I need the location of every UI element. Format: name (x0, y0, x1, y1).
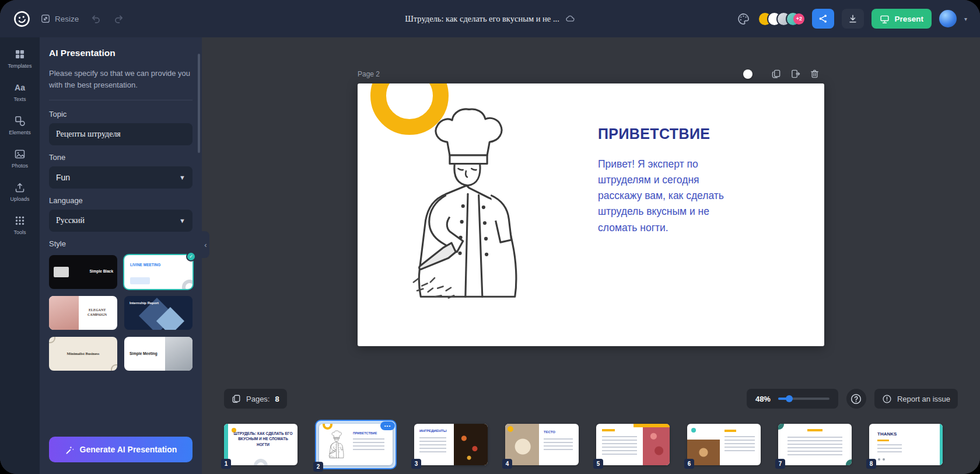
present-icon (880, 14, 890, 24)
tools-icon (14, 215, 26, 226)
chef-illustration-mini (326, 428, 347, 462)
sidebar-item-templates[interactable]: Templates (0, 47, 40, 71)
exclamation-icon (882, 394, 892, 404)
templates-icon (14, 48, 26, 60)
style-grid: Simple Black LIVINE MEETING ✓ ELEGANT CA… (49, 255, 192, 371)
resize-button[interactable]: Resize (40, 13, 79, 24)
pages-label: Pages: (246, 395, 270, 403)
magic-wand-icon (65, 445, 75, 455)
undo-icon (90, 13, 102, 25)
topic-input[interactable] (49, 123, 192, 145)
style-option-simple-meeting[interactable]: Simple Meeting (124, 337, 192, 371)
sidebar-item-tools[interactable]: Tools (0, 213, 40, 237)
selected-check-icon: ✓ (186, 252, 196, 262)
undo-button[interactable] (90, 13, 102, 25)
slide-thumbnail-7[interactable]: 7 (778, 424, 852, 465)
page-color-chip[interactable] (743, 69, 752, 79)
chevron-down-icon: ▼ (179, 217, 186, 224)
zoom-value: 48% (755, 395, 771, 403)
delete-page-button[interactable] (810, 69, 820, 79)
redo-icon (113, 13, 124, 25)
top-bar: Resize Штрудель: как сделать его вкусным… (0, 0, 980, 37)
tone-select[interactable]: Fun ▼ (49, 166, 192, 189)
ai-presentation-panel: AI Presentation Please specify so that w… (40, 37, 202, 474)
page-number-badge: 7 (775, 459, 785, 469)
language-select[interactable]: Русский ▼ (49, 210, 192, 232)
pages-count: 8 (275, 395, 279, 403)
move-page-button[interactable] (790, 69, 800, 79)
download-button[interactable] (842, 9, 864, 29)
share-button[interactable] (812, 9, 834, 29)
language-value: Русский (56, 216, 85, 225)
palette-icon (737, 12, 750, 26)
language-label: Language (49, 196, 192, 205)
thumbnail-more-menu[interactable]: ••• (380, 421, 395, 430)
duplicate-icon (771, 69, 781, 79)
document-color-swatches[interactable]: +2 (758, 12, 804, 26)
download-icon (848, 13, 858, 24)
chef-illustration[interactable] (379, 103, 557, 309)
zoom-slider[interactable] (778, 398, 830, 400)
left-icon-rail: Templates Aa Texts Elements Photos (0, 37, 40, 474)
palette-button[interactable] (737, 12, 750, 26)
slide-thumbnail-5[interactable]: 5 (596, 424, 670, 465)
pages-icon (232, 394, 241, 403)
report-issue-button[interactable]: Report an issue (874, 389, 958, 409)
more-colors-badge[interactable]: +2 (793, 13, 804, 25)
style-option-minimalist-business[interactable]: Minimalist Business (49, 337, 117, 371)
thumbnail-title: ТЕСТО (544, 430, 555, 434)
document-title[interactable]: Штрудель: как сделать его вкусным и не .… (405, 14, 559, 24)
help-button[interactable] (846, 389, 866, 409)
slide-thumbnail-6[interactable]: 6 (687, 424, 761, 465)
generate-ai-presentation-button[interactable]: Generate AI Presentation (49, 437, 192, 462)
account-chevron-down-icon[interactable]: ▾ (964, 16, 967, 22)
uploads-icon (14, 182, 26, 193)
redo-button[interactable] (113, 13, 124, 25)
thumbnail-title: ПРИВЕТСТВИЕ (353, 431, 377, 435)
slide-thumbnail-3[interactable]: ИНГРЕДИЕНТЫ 3 (414, 424, 488, 465)
present-button[interactable]: Present (872, 9, 932, 29)
sidebar-item-uploads[interactable]: Uploads (0, 180, 40, 204)
tone-value: Fun (56, 173, 70, 182)
sidebar-item-elements[interactable]: Elements (0, 113, 40, 137)
slide-thumbnail-1[interactable]: ШТРУДЕЛЬ: КАК СДЕЛАТЬ ЕГО ВКУСНЫМ И НЕ С… (224, 424, 298, 465)
cloud-sync-icon (565, 13, 575, 24)
user-avatar[interactable] (939, 10, 957, 27)
style-option-internship-report[interactable]: Internship Report (124, 296, 192, 330)
panel-title: AI Presentation (49, 48, 192, 58)
duplicate-page-button[interactable] (771, 69, 781, 79)
slide-thumbnail-4[interactable]: ТЕСТО 4 (505, 424, 579, 465)
slide-thumbnail-2-selected[interactable]: ПРИВЕТСТВИЕ ••• 2 (315, 420, 397, 469)
slide-page-2[interactable]: ПРИВЕТСТВИЕ Привет! Я эксперт по штрудел… (358, 83, 824, 346)
slide-body-text[interactable]: Привет! Я эксперт по штруделям и сегодня… (598, 156, 737, 236)
thumbnail-title: ШТРУДЕЛЬ: КАК СДЕЛАТЬ ЕГО ВКУСНЫМ И НЕ С… (233, 431, 293, 448)
sidebar-item-texts[interactable]: Aa Texts (0, 80, 40, 104)
question-icon (850, 393, 862, 405)
zoom-slider-knob[interactable] (786, 395, 793, 402)
editor-main-area: Page 2 (202, 37, 980, 474)
style-option-simple-black[interactable]: Simple Black (49, 255, 117, 289)
style-option-elegant-campaign[interactable]: ELEGANT CAMPAIGN (49, 296, 117, 330)
present-label: Present (894, 15, 923, 23)
page-label: Page 2 (358, 70, 380, 78)
panel-scrollbar[interactable] (198, 54, 200, 153)
pages-button[interactable]: Pages: 8 (224, 389, 287, 409)
page-number-badge: 3 (411, 459, 421, 469)
panel-collapse-button[interactable]: ‹ (202, 231, 209, 258)
resize-label: Resize (55, 15, 79, 23)
chevron-down-icon: ▼ (179, 174, 186, 181)
slide-thumbnail-8[interactable]: THANKS 8 (869, 424, 943, 465)
trash-icon (810, 69, 820, 79)
resize-icon (40, 13, 51, 24)
slide-heading[interactable]: ПРИВЕТСТВИЕ (598, 126, 737, 142)
panel-description: Please specify so that we can provide yo… (49, 68, 192, 100)
style-label: Style (49, 239, 192, 248)
page-number-badge: 5 (593, 459, 603, 469)
sidebar-item-photos[interactable]: Photos (0, 147, 40, 170)
style-option-livine-meeting[interactable]: LIVINE MEETING ✓ (124, 255, 192, 289)
bottom-controls-bar: Pages: 8 48% (202, 384, 980, 413)
zoom-control: 48% (747, 389, 838, 409)
page-number-badge: 2 (313, 462, 323, 472)
app-logo-icon[interactable] (11, 8, 33, 30)
page-number-badge: 1 (221, 459, 231, 469)
